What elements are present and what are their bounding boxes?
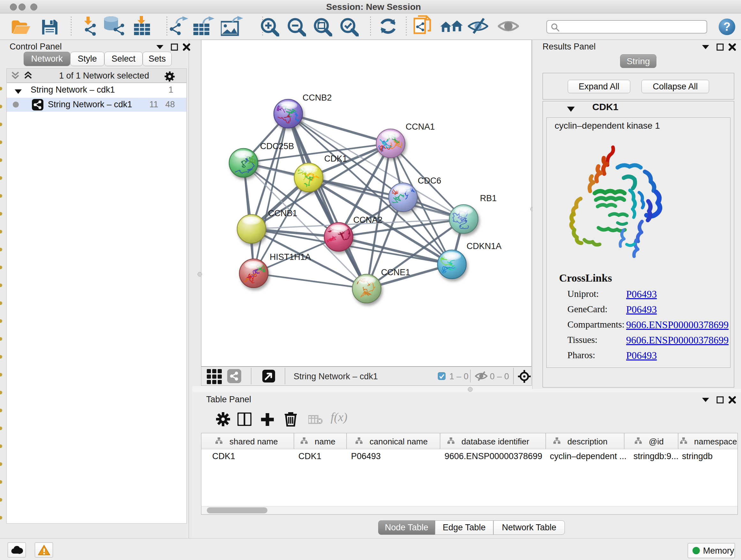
svg-text:CDC25B: CDC25B bbox=[260, 141, 294, 151]
svg-text:CDK1: CDK1 bbox=[324, 154, 347, 164]
svg-text:CCNB1: CCNB1 bbox=[268, 208, 297, 218]
svg-text:RB1: RB1 bbox=[480, 193, 497, 203]
svg-text:HIST1H1A: HIST1H1A bbox=[270, 252, 311, 262]
svg-text:CCNA1: CCNA1 bbox=[406, 122, 435, 132]
svg-text:CCNA2: CCNA2 bbox=[353, 215, 383, 225]
svg-text:CCNE1: CCNE1 bbox=[381, 267, 410, 277]
svg-text:CDC6: CDC6 bbox=[418, 176, 441, 186]
svg-text:CCNB2: CCNB2 bbox=[302, 93, 332, 103]
svg-text:CDKN1A: CDKN1A bbox=[467, 241, 502, 251]
